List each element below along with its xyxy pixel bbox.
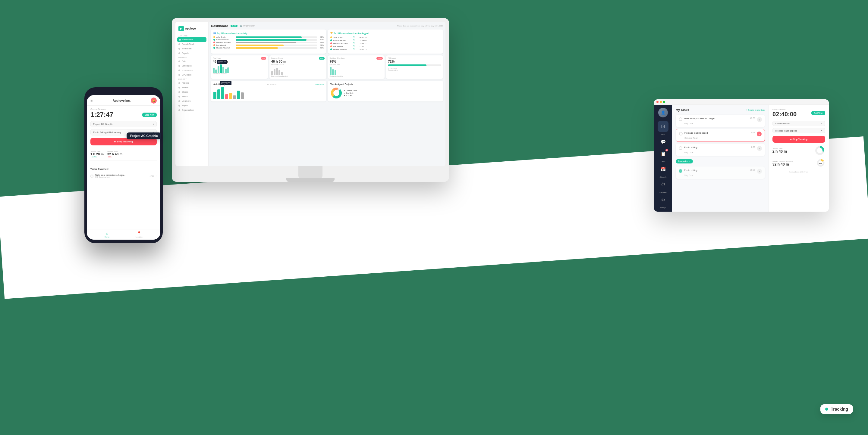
task-checkbox[interactable] [679,118,682,121]
mini-bar [276,68,278,75]
stat-sub2: Today's activity [388,69,441,71]
member-bar [236,39,307,41]
completed-btn[interactable]: Completed ▾ [676,159,693,164]
bell-icon[interactable]: 🔔 [151,98,157,104]
task-name: Write store procedures - Login... [95,174,125,176]
stat-sub: Total hours this week [213,73,266,75]
chevron-icon: ▾ [821,122,823,125]
monitor-stand [299,166,322,178]
sidebar-settings-icon[interactable]: ⚙ [658,195,669,205]
task-radio[interactable] [90,175,93,178]
stats-grid: Total Hours -7% 46 h 30 m Th Aug 15 2017… [211,56,443,79]
apploye-icon: ▶ [179,26,184,31]
project-badge-text: Project AC Graphic [130,134,158,138]
offers-icon-label: Offers [661,161,665,163]
task-time: 7:17 [751,132,755,134]
nav-gpstrack[interactable]: GPSTrack [176,72,208,77]
mini-bar [281,72,283,75]
stat-total-hours: Total Hours -7% 46 h 30 m Th Aug 15 2017… [211,56,268,79]
nav-teams[interactable]: Teams [176,94,208,99]
member-row-3: Brendon Mccolum 74% [213,41,324,43]
weekly-block: Weekly Total on 40 hours 32 h 40 m [772,161,793,166]
mini-bar [218,66,219,73]
nav-schedules[interactable]: Schedules [176,64,208,68]
member-row-1: John Smith 81% [213,36,324,38]
stop-btn[interactable]: ■ [757,132,762,136]
monitor-screen: ▶ Apploye ANALYZE Dashboard RemoteTrack [176,22,445,166]
weekly-value: 32 h 40 m [772,162,793,166]
tracking-text: Tracking [831,407,848,411]
nav-reports[interactable]: Reports [176,51,208,56]
play-btn[interactable]: ▶ [757,169,762,174]
member-pct: 59% [318,44,324,46]
task-checkbox[interactable] [679,132,683,135]
sidebar-schedule-icon[interactable]: 📅 [658,164,669,175]
task-item-2: Fix page loading speed 7:17 ■ Common Roo… [676,129,765,142]
nav-members[interactable]: Members [176,99,208,103]
play-btn[interactable]: ▶ [757,117,762,122]
activity-subtitle: All Projects [267,83,276,85]
mini-bar [332,69,334,75]
today-change: +13.4% [90,156,104,158]
nav-dashboard[interactable]: Dashboard [177,37,207,42]
close-dot [656,101,658,103]
project-field[interactable]: Common Room ▾ [772,121,825,126]
member-name: Brendon Mccolum [216,41,235,43]
nav-clients[interactable]: Clients [176,90,208,94]
stop-tracking-btn[interactable]: ■ Stop Tracking [772,136,825,143]
tablet-main: My Tasks + Create a new task Write store… [672,105,769,212]
task-checkbox[interactable] [679,169,682,173]
task-checkbox[interactable] [679,146,682,150]
nav-ecommerce[interactable]: ecommerce [176,68,208,72]
session-time: 02:40:00 [772,111,797,118]
task-item-1: Write store procedures - Login... 47:30 … [676,115,765,127]
play-btn[interactable]: ▶ [757,146,762,151]
view-more-link[interactable]: View More [315,83,324,85]
nav-dot [179,105,180,107]
task-project: Ship Code [684,174,762,176]
task-field[interactable]: Fix page loading speed ▾ [772,128,825,133]
location-label: Location [135,236,143,238]
phone-screen: ≡ Apploye Inc. 🔔 Current Session 1:27:47… [87,95,160,240]
nav-payroll[interactable]: Payroll [176,103,208,108]
stop-now-btn[interactable]: Stop Now [142,112,157,117]
stat-badge: +1% [319,57,324,60]
mini-bar [335,70,336,75]
activity-report-card: Activity Report All Projects View More O… [211,81,326,101]
nav-timesheet[interactable]: Timesheet [176,46,208,51]
org-link[interactable]: 🏢 Organization [240,25,255,27]
nav-invoice-label: Invoice [182,87,188,89]
user-avatar: 👤 [658,108,668,118]
menu-icon[interactable]: ≡ [90,98,93,103]
mini-bar [274,69,276,75]
tasks-title: Tasks Overview [90,168,157,170]
today-donut [814,145,825,156]
nav-organization[interactable]: Organization [176,108,208,112]
nav-projects[interactable]: Projects [176,81,208,85]
member-dot [213,36,215,38]
phone-nav-home[interactable]: ⌂ Home [104,231,110,238]
nav-invoice[interactable]: Invoice [176,85,208,90]
sidebar-tasks-icon[interactable]: ☑ [658,121,669,132]
sidebar-chat-icon[interactable]: 💬 [658,136,669,147]
act-bar [217,90,220,99]
sidebar-timesheets-icon[interactable]: ⏱ [658,179,669,190]
notification-badge: 2 [665,149,668,152]
minimize-dot [660,101,662,103]
stat-label: Davidson Chambers [330,57,345,59]
stat-badge: -7% [261,57,266,60]
tablet-sidebar: 👤 ☑ Tasks 💬 📋 2 Offers 📅 Schedule [654,105,672,212]
export-label: EXPORT [176,77,208,81]
nav-remotetrack[interactable]: RemoteTrack [176,42,208,46]
create-task-btn[interactable]: + Create a new task [746,109,765,111]
sidebar-offers-icon[interactable]: 📋 2 [658,148,669,159]
add-time-btn[interactable]: Add Time [811,111,825,115]
nav-data[interactable]: Data [176,59,208,64]
member-dot [330,48,332,50]
weekly-donut-wrapper: 47% [816,158,825,169]
manage-label: MANAGE [176,56,208,59]
member-bar-container [236,39,317,41]
weekly-value: 32 h 40 m [107,152,122,156]
project-select[interactable]: Project AC, Graphic ▾ [90,121,157,127]
phone-nav-location[interactable]: 📍 Location [135,231,143,238]
